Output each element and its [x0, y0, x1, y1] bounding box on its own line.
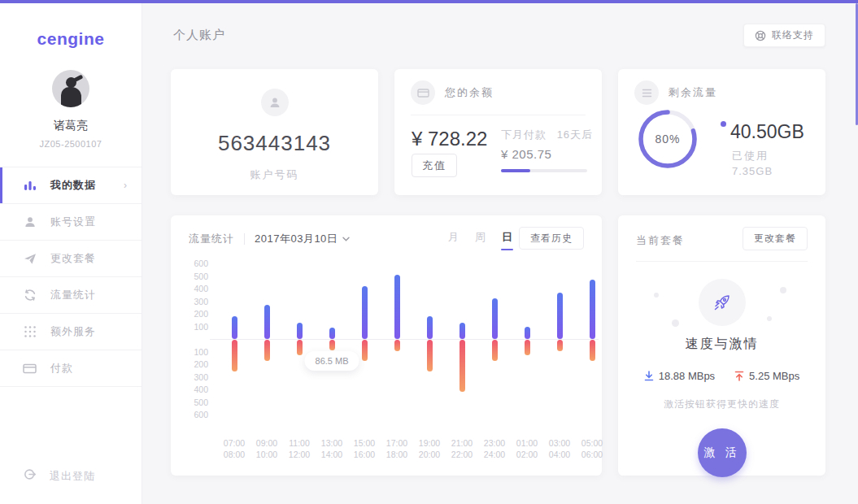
download-bar-11[interactable] [590, 340, 595, 361]
top-accent-strip [0, 0, 858, 3]
logout-button[interactable]: 退出登陆 [23, 467, 95, 484]
y-tick-label: 500 [187, 398, 208, 407]
data-used-label: 已使用 [732, 149, 769, 163]
sidebar-item-label: 更改套餐 [50, 251, 96, 266]
next-payment-label: 下月付款 [501, 128, 547, 141]
sidebar-item-3[interactable]: 流量统计 [0, 277, 142, 314]
bar-chart-icon [23, 179, 37, 193]
chart-title: 流量统计 [189, 232, 234, 246]
upload-bar-11[interactable] [590, 280, 595, 339]
tab-日[interactable]: 日 [502, 230, 512, 250]
y-tick-label: 400 [187, 385, 208, 394]
upload-bar-6[interactable] [427, 316, 433, 339]
sidebar-item-5[interactable]: 付款 [0, 350, 142, 387]
x-tick-label: 21:0022:00 [446, 437, 478, 460]
x-tick-label: 15:0016:00 [348, 437, 381, 460]
upload-bar-10[interactable] [557, 293, 563, 339]
upload-bar-5[interactable] [394, 275, 400, 339]
y-tick-label: 200 [187, 309, 208, 319]
x-tick-label: 05:0006:00 [576, 437, 608, 460]
sidebar-item-label: 额外服务 [50, 324, 96, 339]
next-payment-amount: ¥ 205.75 [501, 147, 551, 161]
chart-date-dropdown[interactable]: 2017年03月10日 [255, 232, 350, 246]
download-bar-4[interactable] [362, 340, 368, 361]
y-tick-label: 100 [187, 322, 208, 332]
chart-plot: 60060050050040040030030020020010010086.5… [187, 260, 594, 423]
current-plan-card: 当前套餐 更改套餐 速度与激情 18.88 MBps [618, 215, 825, 476]
support-icon [755, 30, 766, 41]
sidebar-item-2[interactable]: 更改套餐 [0, 241, 142, 277]
sidebar-item-4[interactable]: 额外服务 [0, 314, 142, 350]
download-bar-0[interactable] [232, 340, 237, 371]
download-bar-5[interactable] [394, 340, 400, 351]
chart-period-tabs: 月周日 [448, 230, 512, 250]
refresh-icon [23, 289, 37, 302]
recharge-button[interactable]: 充值 [412, 154, 457, 177]
sidebar-item-1[interactable]: 账号设置 [0, 204, 142, 241]
decor-dot [780, 287, 786, 293]
upload-bar-2[interactable] [297, 323, 303, 339]
view-history-button[interactable]: 查看历史 [519, 227, 584, 250]
decor-dot [654, 293, 659, 298]
chevron-right-icon: › [124, 180, 127, 191]
user-name: 诸葛亮 [0, 119, 142, 133]
logout-label: 退出登陆 [50, 469, 95, 484]
logout-icon [23, 467, 37, 484]
balance-title: 您的余额 [445, 85, 494, 100]
decor-dot [767, 316, 772, 321]
data-card: 剩余流量 80% 40.50GB 已使用 7.35GB [618, 69, 825, 195]
download-bar-8[interactable] [492, 340, 498, 361]
y-tick-label: 600 [187, 410, 208, 419]
support-button[interactable]: 联络支持 [743, 24, 825, 47]
x-tick-label: 23:0024:00 [478, 437, 511, 460]
upload-speed: 5.25 MBps [734, 370, 799, 382]
x-tick-label: 09:0010:00 [250, 437, 283, 460]
sidebar-item-label: 流量统计 [50, 288, 96, 302]
upload-bar-3[interactable] [329, 328, 335, 339]
activate-hint: 激活按钮获得更快的速度 [618, 398, 825, 411]
download-bar-10[interactable] [557, 340, 563, 351]
list-icon [634, 80, 659, 105]
upload-bar-9[interactable] [525, 327, 530, 340]
avatar[interactable] [52, 70, 89, 107]
sidebar-item-label: 付款 [50, 361, 73, 376]
upload-bar-0[interactable] [232, 316, 237, 339]
change-plan-button[interactable]: 更改套餐 [743, 227, 808, 250]
y-tick-label: 300 [187, 372, 208, 382]
download-bar-7[interactable] [459, 340, 465, 392]
chart-date: 2017年03月10日 [255, 232, 338, 246]
payment-progress [501, 169, 587, 172]
grid-icon [23, 325, 37, 339]
next-payment-due: 16天后 [557, 128, 593, 141]
account-card: 563443143 账户号码 [171, 69, 378, 195]
sidebar-item-label: 账号设置 [50, 215, 96, 229]
app-logo: cengine [0, 29, 142, 49]
rocket-icon [712, 292, 733, 313]
tab-周[interactable]: 周 [475, 230, 486, 250]
sidebar-item-0[interactable]: 我的数据› [0, 167, 142, 204]
upload-bar-7[interactable] [459, 323, 465, 339]
x-tick-label: 07:0008:00 [218, 437, 250, 460]
download-bar-9[interactable] [525, 340, 530, 355]
data-remaining: 40.50GB [730, 121, 804, 143]
payment-progress-fill [501, 169, 530, 172]
download-bar-1[interactable] [264, 340, 270, 361]
download-bar-6[interactable] [427, 340, 433, 371]
data-title: 剩余流量 [669, 85, 717, 100]
upload-bar-1[interactable] [264, 305, 270, 339]
download-bar-2[interactable] [297, 340, 303, 355]
y-tick-label: 600 [187, 259, 208, 268]
user-icon [261, 89, 289, 116]
y-tick-label: 200 [187, 359, 208, 369]
user-id: JZ05-2500107 [0, 139, 142, 149]
x-tick-label: 03:0004:00 [543, 437, 576, 460]
activate-button[interactable]: 激 活 [698, 428, 747, 477]
download-bar-3[interactable] [329, 340, 335, 350]
paper-plane-icon [23, 252, 37, 266]
credit-card-icon [411, 80, 435, 105]
upload-bar-8[interactable] [492, 298, 498, 339]
tab-月[interactable]: 月 [448, 230, 459, 250]
traffic-chart-card: 流量统计 2017年03月10日 月周日 查看历史 60060050050040… [171, 215, 602, 476]
user-icon [23, 215, 37, 229]
upload-bar-4[interactable] [362, 286, 368, 339]
